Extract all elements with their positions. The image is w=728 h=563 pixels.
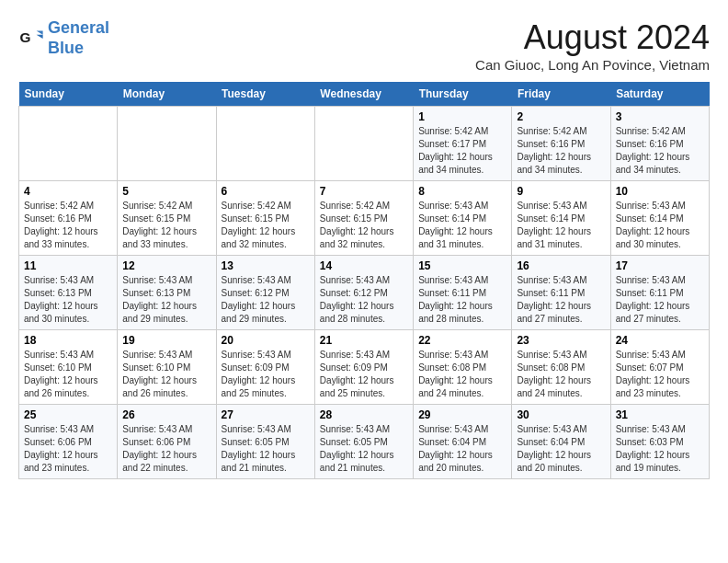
calendar-cell: 20Sunrise: 5:43 AM Sunset: 6:09 PM Dayli… <box>216 330 314 405</box>
calendar-week-1: 1Sunrise: 5:42 AM Sunset: 6:17 PM Daylig… <box>19 107 710 181</box>
day-info: Sunrise: 5:43 AM Sunset: 6:14 PM Dayligh… <box>418 200 506 251</box>
calendar-cell: 21Sunrise: 5:43 AM Sunset: 6:09 PM Dayli… <box>314 330 413 405</box>
day-number: 8 <box>418 185 506 198</box>
day-number: 15 <box>418 259 506 272</box>
calendar-header: SundayMondayTuesdayWednesdayThursdayFrid… <box>19 82 710 107</box>
day-info: Sunrise: 5:43 AM Sunset: 6:04 PM Dayligh… <box>418 423 506 475</box>
day-info: Sunrise: 5:43 AM Sunset: 6:11 PM Dayligh… <box>418 274 506 326</box>
calendar-cell: 27Sunrise: 5:43 AM Sunset: 6:05 PM Dayli… <box>216 405 314 479</box>
day-number: 6 <box>222 185 310 198</box>
weekday-header-sunday: Sunday <box>19 82 118 107</box>
day-info: Sunrise: 5:43 AM Sunset: 6:11 PM Dayligh… <box>517 274 605 326</box>
day-info: Sunrise: 5:43 AM Sunset: 6:11 PM Dayligh… <box>616 274 704 326</box>
day-number: 28 <box>320 408 408 421</box>
day-number: 14 <box>320 259 408 272</box>
day-number: 24 <box>616 334 704 347</box>
day-number: 4 <box>24 185 112 198</box>
calendar-cell: 6Sunrise: 5:42 AM Sunset: 6:15 PM Daylig… <box>216 181 314 256</box>
day-info: Sunrise: 5:43 AM Sunset: 6:08 PM Dayligh… <box>418 349 506 400</box>
day-info: Sunrise: 5:42 AM Sunset: 6:16 PM Dayligh… <box>517 125 605 177</box>
day-info: Sunrise: 5:43 AM Sunset: 6:06 PM Dayligh… <box>122 423 210 475</box>
calendar-cell: 11Sunrise: 5:43 AM Sunset: 6:13 PM Dayli… <box>19 256 118 330</box>
day-info: Sunrise: 5:43 AM Sunset: 6:10 PM Dayligh… <box>122 349 210 400</box>
calendar-body: 1Sunrise: 5:42 AM Sunset: 6:17 PM Daylig… <box>19 107 710 479</box>
calendar-cell: 10Sunrise: 5:43 AM Sunset: 6:14 PM Dayli… <box>610 181 709 256</box>
calendar-cell: 1Sunrise: 5:42 AM Sunset: 6:17 PM Daylig… <box>414 107 512 181</box>
calendar-cell: 24Sunrise: 5:43 AM Sunset: 6:07 PM Dayli… <box>610 330 709 405</box>
calendar-cell: 23Sunrise: 5:43 AM Sunset: 6:08 PM Dayli… <box>512 330 610 405</box>
day-number: 10 <box>616 185 704 198</box>
calendar-cell: 13Sunrise: 5:43 AM Sunset: 6:12 PM Dayli… <box>216 256 314 330</box>
calendar-cell <box>118 107 216 181</box>
calendar-cell: 30Sunrise: 5:43 AM Sunset: 6:04 PM Dayli… <box>512 405 610 479</box>
calendar-cell: 14Sunrise: 5:43 AM Sunset: 6:12 PM Dayli… <box>314 256 413 330</box>
calendar-cell: 26Sunrise: 5:43 AM Sunset: 6:06 PM Dayli… <box>118 405 216 479</box>
weekday-header-tuesday: Tuesday <box>216 82 314 107</box>
day-number: 25 <box>24 408 112 421</box>
calendar-cell: 3Sunrise: 5:42 AM Sunset: 6:16 PM Daylig… <box>610 107 709 181</box>
day-number: 12 <box>122 259 210 272</box>
day-info: Sunrise: 5:43 AM Sunset: 6:13 PM Dayligh… <box>24 274 112 326</box>
day-number: 1 <box>418 110 506 123</box>
day-number: 18 <box>24 334 112 347</box>
day-number: 26 <box>122 408 210 421</box>
calendar-cell: 17Sunrise: 5:43 AM Sunset: 6:11 PM Dayli… <box>610 256 709 330</box>
logo: G General Blue <box>18 18 109 58</box>
calendar-cell: 31Sunrise: 5:43 AM Sunset: 6:03 PM Dayli… <box>610 405 709 479</box>
day-info: Sunrise: 5:42 AM Sunset: 6:15 PM Dayligh… <box>222 200 310 251</box>
calendar-week-2: 4Sunrise: 5:42 AM Sunset: 6:16 PM Daylig… <box>19 181 710 256</box>
day-info: Sunrise: 5:43 AM Sunset: 6:04 PM Dayligh… <box>517 423 605 475</box>
calendar-cell: 12Sunrise: 5:43 AM Sunset: 6:13 PM Dayli… <box>118 256 216 330</box>
day-number: 11 <box>24 259 112 272</box>
calendar-cell <box>216 107 314 181</box>
day-number: 21 <box>320 334 408 347</box>
day-number: 20 <box>222 334 310 347</box>
day-info: Sunrise: 5:43 AM Sunset: 6:14 PM Dayligh… <box>616 200 704 251</box>
day-info: Sunrise: 5:43 AM Sunset: 6:05 PM Dayligh… <box>320 423 408 475</box>
day-info: Sunrise: 5:43 AM Sunset: 6:13 PM Dayligh… <box>122 274 210 326</box>
day-info: Sunrise: 5:42 AM Sunset: 6:15 PM Dayligh… <box>122 200 210 251</box>
day-number: 22 <box>418 334 506 347</box>
svg-marker-2 <box>37 34 43 38</box>
day-number: 17 <box>616 259 704 272</box>
weekday-header-monday: Monday <box>118 82 216 107</box>
calendar-cell: 2Sunrise: 5:42 AM Sunset: 6:16 PM Daylig… <box>512 107 610 181</box>
day-info: Sunrise: 5:43 AM Sunset: 6:06 PM Dayligh… <box>24 423 112 475</box>
day-info: Sunrise: 5:43 AM Sunset: 6:05 PM Dayligh… <box>222 423 310 475</box>
day-number: 2 <box>517 110 605 123</box>
calendar-cell: 15Sunrise: 5:43 AM Sunset: 6:11 PM Dayli… <box>414 256 512 330</box>
logo-name-bottom: Blue <box>48 39 109 59</box>
calendar-cell: 5Sunrise: 5:42 AM Sunset: 6:15 PM Daylig… <box>118 181 216 256</box>
calendar-cell: 16Sunrise: 5:43 AM Sunset: 6:11 PM Dayli… <box>512 256 610 330</box>
day-number: 19 <box>122 334 210 347</box>
day-info: Sunrise: 5:43 AM Sunset: 6:03 PM Dayligh… <box>616 423 704 475</box>
calendar-cell: 29Sunrise: 5:43 AM Sunset: 6:04 PM Dayli… <box>414 405 512 479</box>
day-number: 31 <box>616 408 704 421</box>
day-info: Sunrise: 5:43 AM Sunset: 6:07 PM Dayligh… <box>616 349 704 400</box>
day-info: Sunrise: 5:43 AM Sunset: 6:14 PM Dayligh… <box>517 200 605 251</box>
calendar-cell: 19Sunrise: 5:43 AM Sunset: 6:10 PM Dayli… <box>118 330 216 405</box>
calendar-cell <box>19 107 118 181</box>
day-info: Sunrise: 5:43 AM Sunset: 6:10 PM Dayligh… <box>24 349 112 400</box>
svg-marker-1 <box>37 30 43 34</box>
title-block: August 2024 Can Giuoc, Long An Povince, … <box>475 18 710 73</box>
day-number: 13 <box>222 259 310 272</box>
day-number: 9 <box>517 185 605 198</box>
day-info: Sunrise: 5:43 AM Sunset: 6:12 PM Dayligh… <box>222 274 310 326</box>
day-number: 30 <box>517 408 605 421</box>
day-number: 23 <box>517 334 605 347</box>
day-info: Sunrise: 5:43 AM Sunset: 6:09 PM Dayligh… <box>320 349 408 400</box>
calendar-week-5: 25Sunrise: 5:43 AM Sunset: 6:06 PM Dayli… <box>19 405 710 479</box>
calendar-week-3: 11Sunrise: 5:43 AM Sunset: 6:13 PM Dayli… <box>19 256 710 330</box>
calendar-cell: 7Sunrise: 5:42 AM Sunset: 6:15 PM Daylig… <box>314 181 413 256</box>
day-number: 16 <box>517 259 605 272</box>
day-info: Sunrise: 5:43 AM Sunset: 6:09 PM Dayligh… <box>222 349 310 400</box>
calendar-cell: 9Sunrise: 5:43 AM Sunset: 6:14 PM Daylig… <box>512 181 610 256</box>
calendar-subtitle: Can Giuoc, Long An Povince, Vietnam <box>475 57 710 73</box>
calendar-week-4: 18Sunrise: 5:43 AM Sunset: 6:10 PM Dayli… <box>19 330 710 405</box>
calendar-cell: 22Sunrise: 5:43 AM Sunset: 6:08 PM Dayli… <box>414 330 512 405</box>
day-info: Sunrise: 5:42 AM Sunset: 6:16 PM Dayligh… <box>24 200 112 251</box>
day-info: Sunrise: 5:43 AM Sunset: 6:12 PM Dayligh… <box>320 274 408 326</box>
logo-icon: G <box>18 26 44 52</box>
day-info: Sunrise: 5:42 AM Sunset: 6:15 PM Dayligh… <box>320 200 408 251</box>
